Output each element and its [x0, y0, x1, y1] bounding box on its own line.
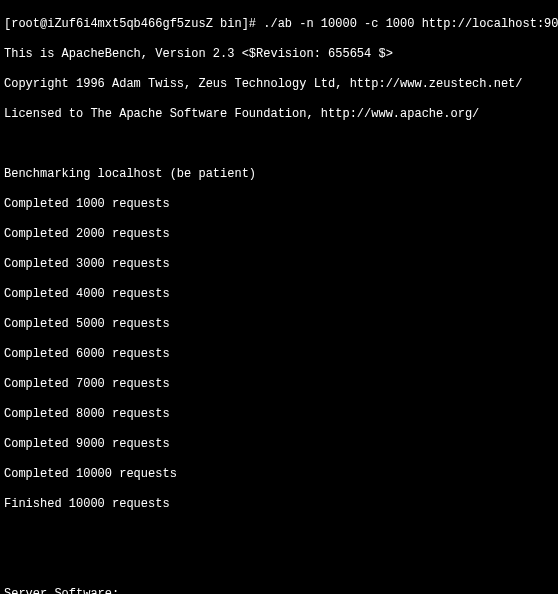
- progress-line: Completed 8000 requests: [4, 407, 554, 422]
- blank-line: [4, 557, 554, 572]
- progress-line: Completed 9000 requests: [4, 437, 554, 452]
- blank-line: [4, 137, 554, 152]
- kv-label: Server Software:: [4, 587, 119, 594]
- progress-line: Completed 4000 requests: [4, 287, 554, 302]
- terminal-window: [root@iZuf6i4mxt5qb466gf5zusZ bin]# ./ab…: [0, 0, 558, 594]
- progress-line: Completed 7000 requests: [4, 377, 554, 392]
- progress-line: Completed 5000 requests: [4, 317, 554, 332]
- header-line: Copyright 1996 Adam Twiss, Zeus Technolo…: [4, 77, 554, 92]
- kv-line: Server Software:: [4, 587, 554, 594]
- progress-line: Completed 3000 requests: [4, 257, 554, 272]
- progress-line: Completed 6000 requests: [4, 347, 554, 362]
- header-line: This is ApacheBench, Version 2.3 <$Revis…: [4, 47, 554, 62]
- progress-line: Completed 10000 requests: [4, 467, 554, 482]
- progress-line: Completed 1000 requests: [4, 197, 554, 212]
- progress-line: Completed 2000 requests: [4, 227, 554, 242]
- blank-line: [4, 527, 554, 542]
- header-line: Licensed to The Apache Software Foundati…: [4, 107, 554, 122]
- shell-prompt-line: [root@iZuf6i4mxt5qb466gf5zusZ bin]# ./ab…: [4, 17, 554, 32]
- progress-line: Finished 10000 requests: [4, 497, 554, 512]
- benchmark-title: Benchmarking localhost (be patient): [4, 167, 554, 182]
